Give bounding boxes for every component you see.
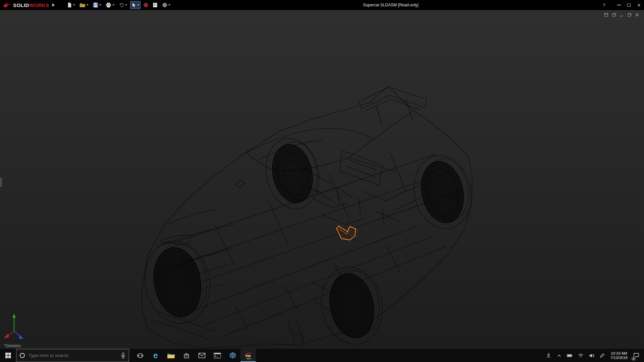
- document-window-controls: [604, 13, 639, 17]
- window-controls: ? ✕: [599, 0, 644, 10]
- select-dropdown[interactable]: [137, 4, 139, 6]
- wheel-rear-left: [267, 138, 323, 206]
- pen-button[interactable]: [597, 349, 607, 362]
- volume-button[interactable]: [586, 349, 597, 362]
- tray-time: 10:33 AM: [610, 351, 628, 356]
- mail-icon: [198, 353, 206, 358]
- doc-restore-icon[interactable]: [627, 13, 632, 17]
- start-button[interactable]: [0, 349, 16, 362]
- taskbar-app-store[interactable]: [179, 349, 194, 362]
- tray-date: 7/13/2018: [610, 356, 628, 360]
- task-view-button[interactable]: [132, 349, 148, 362]
- doc-minimize-icon[interactable]: [620, 13, 624, 17]
- tray-overflow-button[interactable]: [554, 349, 564, 362]
- svg-text:2017: 2017: [247, 358, 252, 360]
- options-dropdown[interactable]: [168, 4, 170, 6]
- minimize-icon: [617, 5, 621, 5]
- people-button[interactable]: [543, 349, 554, 362]
- graphics-viewport[interactable]: *Dimetric: [0, 10, 644, 349]
- command-prompt-icon: [214, 353, 221, 359]
- new-document-button[interactable]: [65, 1, 76, 9]
- reference-triad[interactable]: [4, 314, 23, 339]
- print-button[interactable]: [104, 1, 116, 9]
- save-dropdown[interactable]: [99, 4, 101, 6]
- 3d-model-canvas[interactable]: [0, 10, 644, 349]
- print-dropdown[interactable]: [112, 4, 114, 6]
- task-view-icon: [137, 353, 144, 359]
- open-button[interactable]: [78, 1, 90, 9]
- taskbar: e SW 2017: [0, 349, 644, 362]
- window-title: Supercar.SLDASM [Read-only]: [363, 3, 418, 7]
- volume-icon: [589, 353, 594, 358]
- view-orientation-label: *Dimetric: [4, 344, 21, 348]
- solidworks-logo: SOLIDWORKS: [0, 2, 49, 8]
- store-icon: [183, 352, 190, 359]
- taskbar-app-file-explorer[interactable]: [163, 349, 179, 362]
- wheel-front-left: [149, 241, 212, 320]
- pen-icon: [600, 353, 605, 358]
- file-properties-button[interactable]: [151, 1, 159, 9]
- rebuild-status-icon: [144, 3, 148, 7]
- taskbar-app-mail[interactable]: [194, 349, 210, 362]
- notification-badge: 2: [631, 356, 636, 361]
- quick-access-toolbar: [65, 1, 172, 9]
- select-arrow-icon: [131, 2, 136, 8]
- wheel-rear-right: [416, 155, 474, 227]
- new-document-dropdown[interactable]: [73, 4, 75, 6]
- people-icon: [546, 353, 551, 358]
- undo-dropdown[interactable]: [125, 4, 127, 6]
- save-floppy-icon: [93, 2, 98, 8]
- titlebar: SOLIDWORKS: [0, 0, 644, 10]
- toolbar-flyout-arrow-icon[interactable]: [52, 3, 55, 7]
- system-tray: 10:33 AM7/13/2018 2: [543, 349, 644, 362]
- rebuild-status-button[interactable]: [142, 1, 150, 9]
- edge-icon: e: [153, 351, 158, 360]
- selected-component[interactable]: [336, 226, 356, 240]
- file-explorer-icon: [167, 352, 175, 359]
- solidworks-app-icon: SW 2017: [244, 351, 253, 360]
- open-folder-icon: [79, 2, 86, 8]
- wheel-front-right: [324, 266, 385, 342]
- close-button[interactable]: ✕: [634, 0, 644, 10]
- brand-text: SOLIDWORKS: [13, 2, 49, 8]
- selected-component-outline[interactable]: [336, 226, 356, 240]
- print-icon: [106, 2, 111, 8]
- file-properties-icon: [153, 2, 158, 8]
- doc-close-icon[interactable]: [635, 13, 639, 17]
- doc-cascade-icon[interactable]: [612, 13, 616, 17]
- options-button[interactable]: [161, 1, 172, 9]
- clock[interactable]: 10:33 AM7/13/2018: [607, 349, 631, 362]
- close-icon: ✕: [637, 3, 641, 8]
- taskbar-search[interactable]: [16, 349, 129, 362]
- search-input[interactable]: [28, 353, 118, 358]
- wifi-icon: [578, 353, 584, 358]
- doc-new-window-icon[interactable]: [604, 13, 608, 17]
- 3d-builder-icon: [229, 352, 236, 359]
- undo-button[interactable]: [117, 1, 128, 9]
- select-tool-button[interactable]: [130, 1, 141, 9]
- battery-icon: [567, 354, 573, 358]
- taskbar-app-command-prompt[interactable]: [210, 349, 225, 362]
- taskbar-app-solidworks[interactable]: SW 2017: [240, 349, 256, 362]
- maximize-icon: [627, 4, 631, 7]
- save-button[interactable]: [92, 1, 103, 9]
- svg-text:SW: SW: [246, 354, 251, 358]
- wireframe-car-model[interactable]: [139, 86, 478, 349]
- new-document-icon: [67, 2, 72, 8]
- gear-icon: [162, 2, 167, 8]
- maximize-button[interactable]: [624, 0, 634, 10]
- taskbar-app-edge[interactable]: e: [148, 349, 163, 362]
- action-center-button[interactable]: 2: [631, 349, 644, 362]
- help-button[interactable]: ?: [599, 0, 609, 10]
- featuremanager-collapsed-tab[interactable]: [0, 178, 2, 187]
- minimize-button[interactable]: [614, 0, 624, 10]
- solidworks-logo-icon: [3, 2, 11, 8]
- undo-icon: [119, 2, 124, 8]
- network-button[interactable]: [575, 349, 586, 362]
- open-dropdown[interactable]: [87, 4, 89, 6]
- cortana-icon: [20, 353, 25, 358]
- taskbar-app-3d-builder[interactable]: [225, 349, 240, 362]
- chevron-up-icon: [557, 354, 561, 357]
- battery-button[interactable]: [564, 349, 575, 362]
- microphone-icon[interactable]: [121, 353, 125, 359]
